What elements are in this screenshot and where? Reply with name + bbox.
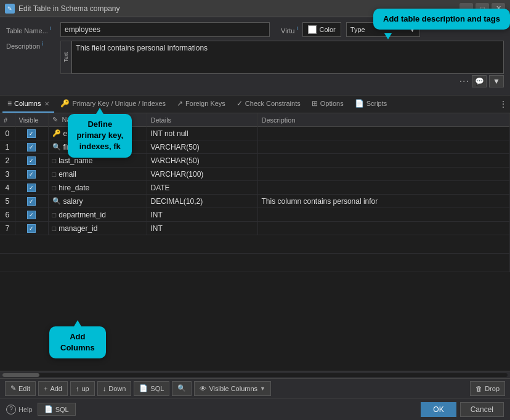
row-id: 7 [0,222,15,235]
checkbox-4[interactable]: ✓ [27,184,36,192]
columns-icon: ≡ [7,99,12,108]
description-tools: ··· 💬 ▼ [60,75,504,87]
row-visible[interactable]: ✓ [15,181,48,195]
footer-left: ? Help 📄 SQL [6,403,76,416]
row-name-6[interactable]: □ department_id [48,208,147,222]
ok-button[interactable]: OK [421,402,456,417]
help-button[interactable]: ? Help [6,405,33,414]
tab-columns[interactable]: ≡ Columns ✕ [2,95,54,113]
sql-footer-icon: 📄 [44,405,53,413]
down-icon: ↓ [103,385,107,392]
tab-primary-key-label: Primary Key / Unique / Indexes [72,100,166,107]
col-name-text: manager_id [59,224,97,233]
row-visible[interactable]: ✓ [15,195,48,208]
edit-button[interactable]: ✎ Edit [5,381,36,396]
bottom-toolbar: ✎ Edit + Add ↑ up ↓ Down 📄 SQL 🔍 👁 Visib… [0,378,510,398]
row-name-3[interactable]: □ email [48,168,147,181]
checkbox-6[interactable]: ✓ [27,211,36,219]
row-desc-0 [257,127,510,140]
row-desc-3 [257,168,510,181]
row-desc-7 [257,222,510,235]
col-name-text: email [59,170,76,179]
tab-scripts-label: Scripts [366,100,387,107]
key-icon: 🔑 [52,129,61,137]
row-id: 5 [0,195,15,208]
desc-comment-button[interactable]: 💬 [472,75,487,87]
table-name-tooltip-icon[interactable]: i [50,25,51,31]
checkbox-1[interactable]: ✓ [27,143,36,151]
header-details: Details [147,113,257,127]
row-name-4[interactable]: □ hire_date [48,181,147,195]
description-input[interactable]: <span data-bind="form.descriptionValue">… [71,41,504,74]
tab-scripts[interactable]: 📄 Scripts [350,95,392,113]
table-row[interactable]: 5 ✓ 🔍 salary DECIMAL(10,2) This column c… [0,195,510,208]
edit-label: Edit [18,385,30,392]
row-visible[interactable]: ✓ [15,208,48,222]
tabs-more-button[interactable]: ⋮ [499,99,508,109]
table-row[interactable]: 7 ✓ □ manager_id INT [0,222,510,235]
table-row[interactable]: 6 ✓ □ department_id INT [0,208,510,222]
row-visible[interactable]: ✓ [15,127,48,140]
description-tooltip-icon[interactable]: i [42,41,43,47]
virtu-tooltip-icon[interactable]: i [296,25,298,31]
row-id: 1 [0,140,15,154]
checkbox-0[interactable]: ✓ [27,129,36,138]
sql-toolbar-button[interactable]: 📄 SQL [134,381,169,396]
desc-dropdown-button[interactable]: ▼ [489,75,504,87]
row-desc-4 [257,181,510,195]
description-container: Text <span data-bind="form.descriptionVa… [60,41,504,87]
doc-icon: □ [52,157,57,164]
cancel-button[interactable]: Cancel [460,402,504,417]
table-name-input[interactable] [60,22,270,37]
table-row[interactable]: 3 ✓ □ email VARCHAR(100) [0,168,510,181]
checkbox-2[interactable]: ✓ [27,156,36,165]
row-visible[interactable]: ✓ [15,140,48,154]
add-button[interactable]: + Add [38,381,68,396]
up-label: up [81,385,89,392]
tab-primary-key[interactable]: 🔑 Primary Key / Unique / Indexes Definep… [55,95,171,113]
desc-more-dots[interactable]: ··· [459,76,469,87]
horizontal-scrollbar[interactable] [0,371,510,378]
color-swatch [308,25,317,34]
add-icon: + [44,385,47,392]
drop-button[interactable]: 🗑 Drop [470,381,505,396]
add-label: Add [50,385,62,392]
up-button[interactable]: ↑ up [70,381,95,396]
row-visible[interactable]: ✓ [15,222,48,235]
search-icon: 🔍 [52,143,61,151]
checkbox-5[interactable]: ✓ [27,197,36,206]
search-toolbar-icon: 🔍 [177,384,186,392]
main-window: Table Name... i Virtu i Color Type ▼ Des… [0,17,510,420]
tab-foreign-keys-label: Foreign Keys [185,100,225,107]
checkbox-3[interactable]: ✓ [27,170,36,179]
eye-icon: 👁 [200,385,206,392]
table-row-empty [0,235,510,254]
description-label: Description i [6,41,55,50]
row-name-7[interactable]: □ manager_id [48,222,147,235]
table-row-empty [0,254,510,272]
tab-options[interactable]: ⊞ Options [307,95,349,113]
sql-footer-button[interactable]: 📄 SQL [38,403,76,416]
scroll-thumb[interactable] [2,373,39,377]
row-visible[interactable]: ✓ [15,154,48,168]
sql-doc-icon: 📄 [139,384,148,392]
down-button[interactable]: ↓ Down [97,381,132,396]
tab-columns-close[interactable]: ✕ [44,100,49,107]
color-label: Color [319,26,335,33]
row-desc-2 [257,154,510,168]
row-id: 0 [0,127,15,140]
checkbox-7[interactable]: ✓ [27,224,36,233]
row-details-3: VARCHAR(100) [147,168,257,181]
tab-check-constraints[interactable]: ✓ Check Constraints [232,95,306,113]
visible-columns-button[interactable]: 👁 Visible Columns ▼ [194,381,271,396]
drop-icon: 🗑 [476,385,482,392]
search-toolbar-button[interactable]: 🔍 [172,381,192,396]
text-vertical-label: Text [63,52,69,63]
row-visible[interactable]: ✓ [15,168,48,181]
sql-footer-label: SQL [55,406,69,413]
color-button[interactable]: Color [302,22,341,37]
row-name-5[interactable]: 🔍 salary [48,195,147,208]
tab-foreign-keys[interactable]: ↗ Foreign Keys [172,95,230,113]
table-row[interactable]: 4 ✓ □ hire_date DATE [0,181,510,195]
row-details-4: DATE [147,181,257,195]
